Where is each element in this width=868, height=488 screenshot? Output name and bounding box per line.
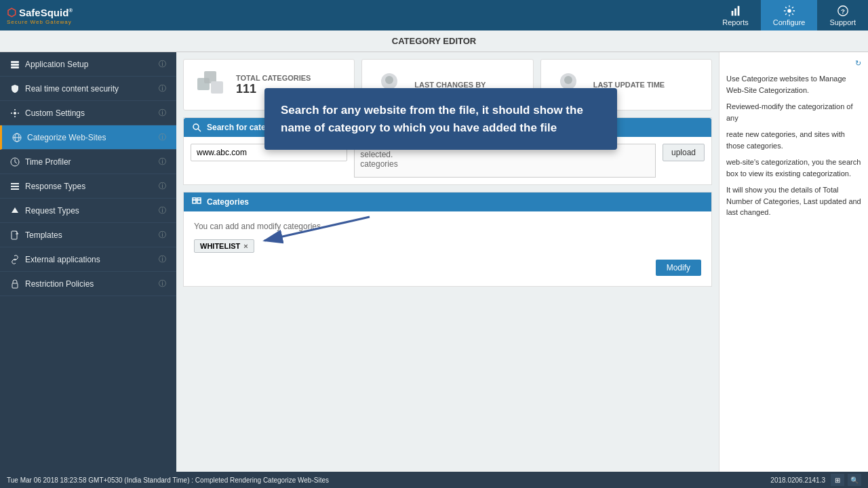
categories-icon: [194, 68, 228, 102]
svg-rect-8: [11, 66, 19, 68]
tooltip-callout: Search for any website from the file, it…: [264, 88, 617, 150]
info-icon-templates[interactable]: ⓘ: [159, 230, 166, 240]
sidebar-label-templates: Templates: [25, 230, 62, 240]
clock-icon: [10, 157, 20, 167]
svg-rect-36: [197, 198, 201, 200]
svg-rect-20: [12, 231, 17, 239]
info-icon-request-types[interactable]: ⓘ: [159, 205, 166, 216]
right-panel-text4: web-site's categorization, you the searc…: [726, 157, 861, 179]
configure-icon: [783, 5, 795, 17]
svg-point-29: [564, 76, 572, 84]
file-icon: [10, 230, 20, 240]
status-icon-1[interactable]: ⊞: [831, 474, 844, 486]
svg-point-26: [385, 76, 393, 84]
sidebar-item-categorize[interactable]: Categorize Web-Sites ⓘ: [0, 125, 176, 150]
tooltip-text: Search for any website from the file, it…: [281, 104, 583, 134]
sidebar-label-time-profiler: Time Profiler: [25, 157, 71, 167]
svg-rect-6: [11, 61, 19, 63]
sidebar-item-custom-settings[interactable]: Custom Settings ⓘ: [0, 101, 176, 125]
link-icon: [10, 255, 20, 264]
info-icon-categorize[interactable]: ⓘ: [159, 132, 166, 142]
reports-nav-btn[interactable]: Reports: [710, 0, 761, 30]
sidebar-item-time-profiler[interactable]: Time Profiler ⓘ: [0, 150, 176, 174]
sidebar-label-realtime: Real time content security: [25, 84, 119, 94]
sidebar-item-realtime[interactable]: Real time content security ⓘ: [0, 77, 176, 101]
logo-area: ⬡ SafeSquid® Secure Web Gateway: [0, 3, 79, 28]
upload-button[interactable]: upload: [663, 144, 705, 161]
tag-whitelist-remove[interactable]: ×: [243, 242, 248, 250]
sidebar-item-app-setup[interactable]: Application Setup ⓘ: [0, 52, 176, 77]
sidebar-label-app-setup: Application Setup: [25, 60, 88, 69]
tag-whitelist: WHITELIST ×: [194, 239, 254, 253]
sidebar-item-restriction-policies[interactable]: Restriction Policies ⓘ: [0, 272, 176, 296]
status-icon-2[interactable]: 🔍: [848, 474, 861, 486]
sidebar-label-response-types: Response Types: [25, 182, 85, 191]
categories-header-icon: [192, 197, 201, 207]
support-nav-btn[interactable]: ? Support: [817, 0, 868, 30]
nav-right: Reports Configure ? Support: [710, 0, 868, 30]
info-icon-custom-settings[interactable]: ⓘ: [159, 108, 166, 118]
sidebar-item-response-types[interactable]: Response Types ⓘ: [0, 174, 176, 199]
support-icon: ?: [837, 5, 849, 17]
server-icon: [10, 60, 20, 69]
sidebar-label-custom-settings: Custom Settings: [25, 108, 85, 118]
info-icon-app-setup[interactable]: ⓘ: [159, 59, 166, 69]
sidebar-label-restriction-policies: Restriction Policies: [25, 279, 94, 289]
svg-rect-24: [211, 81, 223, 94]
sidebar: Application Setup ⓘ Real time content se…: [0, 52, 176, 473]
settings-icon: [10, 108, 20, 118]
info-icon-restriction-policies[interactable]: ⓘ: [159, 279, 166, 289]
categories-content: You can add and modify categories WHITEL…: [184, 211, 711, 286]
sidebar-label-external-apps: External applications: [25, 255, 100, 264]
lock-icon: [10, 279, 20, 289]
support-label: Support: [829, 18, 856, 26]
sidebar-item-external-apps[interactable]: External applications ⓘ: [0, 247, 176, 272]
right-panel-text3: reate new categories, and sites with tho…: [726, 129, 861, 151]
globe-icon: [12, 133, 22, 142]
svg-rect-18: [11, 188, 19, 190]
svg-line-32: [198, 129, 201, 131]
sidebar-label-categorize: Categorize Web-Sites: [27, 133, 106, 142]
logo-text: SafeSquid®: [19, 7, 73, 18]
svg-rect-2: [737, 5, 739, 15]
shield-icon: [10, 84, 20, 94]
top-navigation: ⬡ SafeSquid® Secure Web Gateway Reports …: [0, 0, 868, 30]
sidebar-item-templates[interactable]: Templates ⓘ: [0, 223, 176, 247]
right-panel: ↻ Use Categorize websites to Manage Web-…: [719, 52, 868, 473]
search-result-categories: categories: [360, 159, 397, 169]
svg-rect-17: [11, 186, 19, 187]
status-text: Tue Mar 06 2018 18:23:58 GMT+0530 (India…: [7, 476, 329, 484]
reports-icon: [730, 5, 742, 17]
page-title: CATEGORY EDITOR: [0, 30, 868, 52]
tags-row: WHITELIST ×: [194, 239, 701, 253]
arrow-icon: [10, 206, 20, 216]
svg-rect-7: [11, 64, 19, 66]
search-result-text: selected.: [360, 150, 393, 159]
logo-brand: ⬡ SafeSquid®: [7, 6, 73, 19]
refresh-icon[interactable]: ↻: [855, 59, 861, 68]
reports-label: Reports: [722, 18, 749, 26]
configure-nav-btn[interactable]: Configure: [761, 0, 818, 30]
info-icon-response-types[interactable]: ⓘ: [159, 181, 166, 191]
total-categories-label: TOTAL CATEGORIES: [236, 74, 311, 82]
right-panel-text5: It will show you the details of Total Nu…: [726, 184, 861, 218]
logo-tagline: Secure Web Gateway: [7, 19, 72, 25]
svg-point-3: [787, 9, 791, 12]
svg-point-9: [14, 112, 16, 115]
categories-header: Categories: [184, 192, 711, 211]
info-icon-realtime[interactable]: ⓘ: [159, 83, 166, 94]
svg-rect-35: [193, 198, 196, 200]
info-icon-external-apps[interactable]: ⓘ: [159, 254, 166, 264]
svg-rect-16: [11, 183, 19, 184]
info-icon-time-profiler[interactable]: ⓘ: [159, 157, 166, 167]
svg-line-15: [15, 162, 17, 163]
categories-header-label: Categories: [207, 197, 249, 207]
svg-text:?: ?: [841, 7, 845, 14]
right-panel-text2: Reviewed-modify the categorization of an…: [726, 101, 861, 123]
tag-whitelist-label: WHITELIST: [200, 242, 240, 250]
version-text: 2018.0206.2141.3: [770, 476, 825, 484]
svg-rect-21: [12, 283, 18, 288]
modify-button[interactable]: Modify: [656, 260, 701, 276]
sidebar-item-request-types[interactable]: Request Types ⓘ: [0, 199, 176, 223]
categories-section: Categories You can add and modify catego…: [183, 192, 712, 287]
